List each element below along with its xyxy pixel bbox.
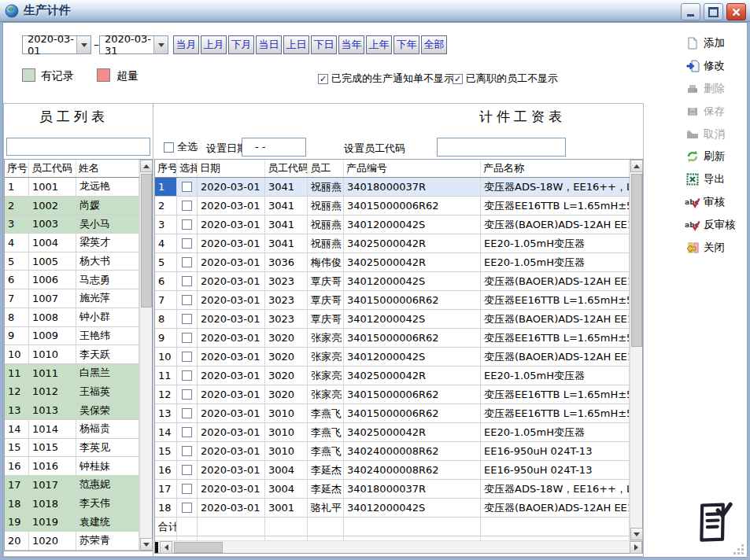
date-from-combobox[interactable]: 2020-03-01 [22,35,91,54]
row-select-checkbox[interactable] [177,442,198,461]
scrollbar-thumb[interactable] [174,542,223,553]
employee-row[interactable]: 81008钟小群 [5,308,152,327]
employee-row[interactable]: 51005杨大书 [5,252,152,271]
employee-row[interactable]: 41004梁英才 [5,234,152,252]
sidebar-button-add[interactable]: 添加 [677,32,744,55]
range-button-当日[interactable]: 当日 [256,35,282,54]
sidebar-button-close[interactable]: 关闭 [677,236,744,259]
set-date-input[interactable]: - - [242,138,306,157]
row-select-checkbox[interactable] [177,461,198,480]
piecework-row[interactable]: 112020-03-013020张家亮34025000042REE20-1.05… [155,367,642,385]
sidebar-button-export[interactable]: 导出 [677,168,744,191]
row-select-checkbox[interactable] [177,480,198,499]
employee-row[interactable]: 111011白黑兰 [5,364,152,383]
sidebar-button-audit[interactable]: abc审核 [677,191,744,214]
row-select-checkbox[interactable] [177,367,198,385]
row-select-checkbox[interactable] [177,234,198,253]
row-select-checkbox[interactable] [177,310,198,329]
row-select-checkbox[interactable] [177,385,198,404]
employee-search-input[interactable] [6,138,150,156]
piecework-cell: 34025000042R [344,234,481,253]
range-button-下月[interactable]: 下月 [228,35,254,54]
piecework-row[interactable]: 22020-03-013041祝丽燕34015000006R62变压器EE16T… [155,197,642,216]
piecework-row[interactable]: 72020-03-013023覃庆哥34015000006R62变压器EE16T… [155,291,642,310]
maximize-button[interactable] [704,3,723,20]
employee-row[interactable]: 201020苏荣青 [5,532,152,551]
employee-row[interactable]: 171017范惠妮 [5,476,152,495]
piecework-table-vscrollbar[interactable] [630,160,642,540]
piecework-row[interactable]: 12020-03-013041祝丽燕34018000037R变压器ADS-18W… [155,178,642,197]
employee-row[interactable]: 191019袁建统 [5,513,152,532]
piecework-row[interactable]: 82020-03-013023覃庆哥34012000042S变压器(BAOER)… [155,310,642,329]
piecework-row[interactable]: 92020-03-013020张家亮34015000006R62变压器EE16T… [155,329,642,348]
edit-icon [685,60,700,73]
row-select-checkbox[interactable] [177,499,198,518]
piecework-row[interactable]: 172020-03-013004李延杰34018000037R变压器ADS-18… [155,480,642,499]
row-select-checkbox[interactable] [177,253,198,272]
row-select-checkbox[interactable] [177,423,198,442]
piecework-cell: 3010 [265,404,308,423]
range-button-上年[interactable]: 上年 [366,35,392,54]
piecework-row[interactable]: 62020-03-013023覃庆哥34012000042S变压器(BAOER)… [155,272,642,291]
select-all-checkbox[interactable]: 全选 [164,140,198,154]
date-from-dropdown-button[interactable] [76,36,91,53]
piecework-row[interactable]: 42020-03-013041祝丽燕34025000042REE20-1.05m… [155,234,642,253]
date-to-dropdown-button[interactable] [153,36,168,53]
sidebar-button-refresh[interactable]: 刷新 [677,146,744,168]
piecework-row[interactable]: 132020-03-013010李燕飞34015000006R62变压器EE16… [155,404,642,423]
range-button-当月[interactable]: 当月 [173,35,199,54]
employee-row[interactable]: 161016钟桂妹 [5,457,152,476]
scrollbar-thumb[interactable] [631,174,642,347]
row-select-checkbox[interactable] [177,178,198,197]
range-button-上月[interactable]: 上月 [201,35,227,54]
piecework-cell: 2020-03-01 [198,442,265,461]
row-select-checkbox[interactable] [177,197,198,216]
employee-row[interactable]: 101010李天跃 [5,345,152,364]
date-to-combobox[interactable]: 2020-03-31 [99,35,168,54]
employee-row[interactable]: 71007施光萍 [5,289,152,308]
employee-row[interactable]: 11001龙远艳 [5,178,152,197]
sidebar-button-modify[interactable]: 修改 [677,55,744,78]
employee-row[interactable]: 151015李英见 [5,439,152,458]
range-button-全部[interactable]: 全部 [421,35,447,54]
range-button-下日[interactable]: 下日 [311,35,337,54]
employee-row[interactable]: 91009王艳纬 [5,327,152,346]
range-button-上日[interactable]: 上日 [283,35,309,54]
total-cell [308,518,344,536]
minimize-button[interactable] [681,3,700,20]
employee-table-scrollbar[interactable] [139,160,152,551]
piecework-row[interactable]: 122020-03-013020张家亮34015000006R62变压器EE16… [155,385,642,404]
piecework-row[interactable]: 142020-03-013010李燕飞34025000042REE20-1.05… [155,423,642,442]
employee-row[interactable]: 21002尚媛 [5,197,152,216]
piecework-row[interactable]: 102020-03-013020张家亮34012000042S变压器(BAOER… [155,348,642,367]
row-select-checkbox[interactable] [177,272,198,291]
employee-row[interactable]: 31003吴小马 [5,215,152,234]
employee-row[interactable]: 131013吴保荣 [5,401,152,420]
employee-row[interactable]: 181018李天伟 [5,495,152,514]
employee-row[interactable]: 61006马志勇 [5,271,152,289]
set-code-input[interactable] [437,138,566,157]
piecework-row[interactable]: 52020-03-013036梅伟俊34025000042REE20-1.05m… [155,253,642,272]
employee-row[interactable]: 141014杨福贵 [5,420,152,439]
splitter-handle[interactable] [155,542,158,553]
range-button-当年[interactable]: 当年 [338,35,364,54]
employee-row[interactable]: 121012王福英 [5,383,152,402]
piecework-row[interactable]: 152020-03-013010李燕飞34024000008R62EE16-95… [155,442,642,461]
piecework-row[interactable]: 162020-03-013004李延杰34024000008R62EE16-95… [155,461,642,480]
sidebar-button-unaudit[interactable]: abc反审核 [677,213,744,236]
piecework-row[interactable]: 182020-03-013001骆礼平34012000042S变压器(BAOER… [155,499,642,518]
filter-resigned-employees[interactable]: ✓已离职的员工不显示 [453,72,558,86]
resize-grip[interactable] [733,544,744,554]
row-select-checkbox[interactable] [177,329,198,348]
piecework-table-hscrollbar[interactable] [155,540,642,553]
piecework-cell: 2020-03-01 [198,480,265,499]
close-button[interactable] [726,3,746,20]
row-select-checkbox[interactable] [177,404,198,423]
row-select-checkbox[interactable] [177,348,198,367]
row-select-checkbox[interactable] [177,216,198,234]
row-select-checkbox[interactable] [177,291,198,310]
piecework-row[interactable]: 32020-03-013041祝丽燕34012000042S变压器(BAOER)… [155,216,642,234]
range-button-下年[interactable]: 下年 [393,35,419,54]
scrollbar-thumb[interactable] [141,174,152,308]
filter-completed-orders[interactable]: ✓已完成的生产通知单不显示 [318,72,454,86]
